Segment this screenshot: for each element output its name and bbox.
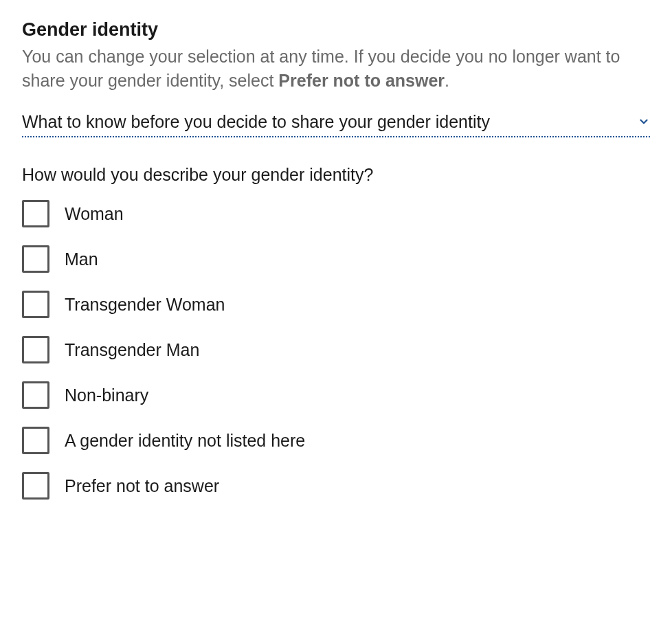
- disclosure-label: What to know before you decide to share …: [22, 112, 490, 132]
- checkbox-option-not-listed[interactable]: A gender identity not listed here: [22, 427, 650, 454]
- checkbox-input[interactable]: [22, 245, 49, 273]
- checkbox-label: Transgender Man: [65, 340, 199, 360]
- checkbox-option-transgender-woman[interactable]: Transgender Woman: [22, 291, 650, 318]
- disclosure-toggle[interactable]: What to know before you decide to share …: [22, 112, 650, 137]
- section-title: Gender identity: [22, 19, 650, 41]
- checkbox-input[interactable]: [22, 472, 49, 500]
- section-description: You can change your selection at any tim…: [22, 45, 650, 93]
- question-label: How would you describe your gender ident…: [22, 165, 650, 185]
- checkbox-option-prefer-not-answer[interactable]: Prefer not to answer: [22, 472, 650, 500]
- checkbox-option-man[interactable]: Man: [22, 245, 650, 273]
- checkbox-label: A gender identity not listed here: [65, 431, 305, 451]
- checkbox-group: Woman Man Transgender Woman Transgender …: [22, 200, 650, 500]
- checkbox-input[interactable]: [22, 291, 49, 318]
- checkbox-option-woman[interactable]: Woman: [22, 200, 650, 227]
- checkbox-label: Transgender Woman: [65, 295, 225, 315]
- checkbox-option-non-binary[interactable]: Non-binary: [22, 381, 650, 409]
- checkbox-label: Non-binary: [65, 385, 148, 405]
- checkbox-label: Prefer not to answer: [65, 476, 219, 496]
- checkbox-input[interactable]: [22, 427, 49, 454]
- description-post: .: [445, 71, 449, 90]
- checkbox-input[interactable]: [22, 381, 49, 409]
- description-bold: Prefer not to answer: [278, 71, 445, 90]
- checkbox-input[interactable]: [22, 336, 49, 363]
- checkbox-option-transgender-man[interactable]: Transgender Man: [22, 336, 650, 363]
- checkbox-input[interactable]: [22, 200, 49, 227]
- checkbox-label: Woman: [65, 204, 124, 224]
- checkbox-label: Man: [65, 249, 98, 269]
- chevron-down-icon: [638, 112, 650, 132]
